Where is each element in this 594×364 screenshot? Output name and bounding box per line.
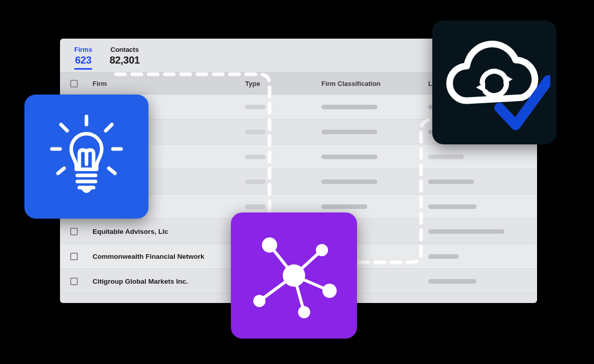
placeholder-icon bbox=[428, 204, 477, 209]
placeholder-icon bbox=[321, 179, 377, 184]
cell-firm: Citigroup Global Markets Inc. bbox=[93, 278, 245, 285]
feature-card-sync bbox=[432, 20, 556, 144]
cell-firm: Equitable Advisors, Llc bbox=[93, 228, 245, 235]
placeholder-icon bbox=[245, 130, 265, 134]
placeholder-icon bbox=[428, 155, 464, 159]
tab-contacts-label: Contacts bbox=[110, 46, 139, 53]
placeholder-icon bbox=[428, 229, 504, 234]
cell-firm: Commonwealth Financial Network bbox=[93, 253, 245, 260]
row-checkbox[interactable] bbox=[70, 253, 78, 260]
svg-point-15 bbox=[283, 264, 305, 287]
svg-line-6 bbox=[109, 168, 115, 173]
col-header-firm[interactable]: Firm bbox=[93, 80, 245, 87]
tab-firms[interactable]: Firms 623 bbox=[74, 46, 92, 70]
placeholder-icon bbox=[245, 204, 265, 209]
row-checkbox[interactable] bbox=[70, 228, 78, 235]
svg-point-19 bbox=[298, 306, 310, 318]
network-graph-icon bbox=[243, 225, 345, 326]
svg-point-20 bbox=[253, 295, 265, 307]
tab-firms-count: 623 bbox=[75, 54, 91, 66]
tab-contacts[interactable]: Contacts 82,301 bbox=[109, 46, 139, 68]
placeholder-icon bbox=[428, 254, 459, 259]
feature-card-network bbox=[231, 213, 357, 339]
placeholder-icon bbox=[428, 179, 474, 184]
tab-contacts-count: 82,301 bbox=[109, 54, 139, 66]
placeholder-icon bbox=[245, 105, 265, 109]
placeholder-icon bbox=[245, 179, 265, 184]
placeholder-icon bbox=[321, 204, 367, 209]
svg-line-2 bbox=[106, 125, 112, 131]
col-header-classification[interactable]: Firm Classification bbox=[321, 80, 428, 87]
row-checkbox[interactable] bbox=[70, 278, 78, 285]
select-all-checkbox[interactable] bbox=[70, 80, 78, 87]
svg-line-5 bbox=[58, 168, 64, 173]
placeholder-icon bbox=[321, 155, 377, 159]
col-header-type[interactable]: Type bbox=[245, 80, 321, 87]
placeholder-icon bbox=[428, 279, 477, 284]
placeholder-icon bbox=[321, 130, 377, 134]
feature-card-insights bbox=[24, 95, 148, 219]
svg-line-1 bbox=[61, 125, 67, 131]
svg-point-18 bbox=[322, 284, 337, 298]
placeholder-icon bbox=[245, 155, 265, 159]
placeholder-icon bbox=[321, 105, 377, 109]
lightbulb-icon bbox=[46, 113, 127, 200]
cloud-sync-check-icon bbox=[438, 32, 550, 133]
tab-firms-label: Firms bbox=[74, 46, 92, 53]
svg-point-17 bbox=[316, 244, 328, 256]
svg-point-16 bbox=[262, 237, 277, 253]
